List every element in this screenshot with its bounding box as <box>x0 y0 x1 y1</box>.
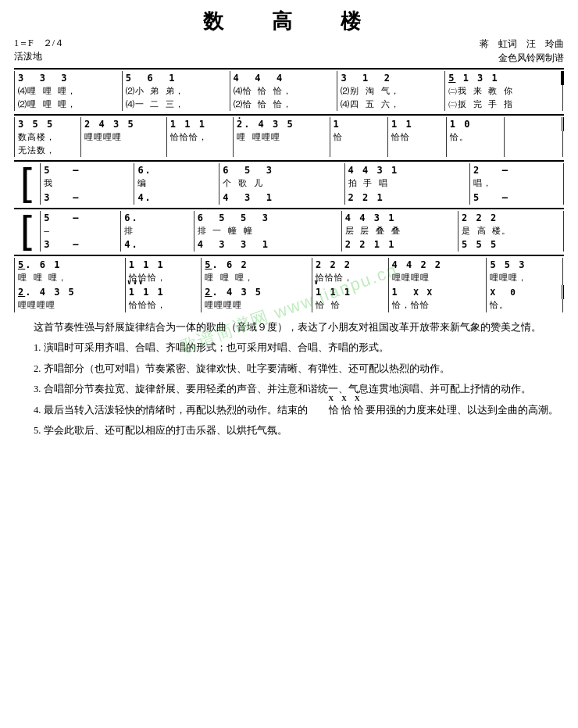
lyrics-row-2b: 无法数， <box>15 145 563 158</box>
score-bracket-1: 5 — 6. 6 5 3 4 4 3 1 2 — 我 编 个 歌 儿 拍 手 唱… <box>40 163 564 205</box>
bracket-left-2: [ <box>14 211 38 252</box>
commentary-p2: 2. 齐唱部分（也可对唱）节奏紧密、旋律欢快、吐字要清晰、有弹性、还可配以热烈的… <box>14 360 564 378</box>
bracket-content-1: 5 — 6. 6 5 3 4 4 3 1 2 — 我 编 个 歌 儿 拍 手 唱… <box>40 163 564 205</box>
subtitle-row: 1＝F ２/４ 活泼地 蒋 虹词 汪 玲曲 金色风铃网制谱 <box>14 37 564 65</box>
arranger: 金色风铃网制谱 <box>480 51 564 65</box>
lyrics-row-3a: 哩 哩 哩， 恰恰恰， 哩 哩 哩， 恰恰恰， 哩哩哩哩 哩哩哩， <box>15 272 563 285</box>
main-title: 数 高 楼 <box>203 8 375 35</box>
commentary-p0: 这首节奏性强与舒展旋律结合为一体的歌曲（音域９度），表达了小朋友对祖国改革开放带… <box>14 319 564 337</box>
commentary-p3: 3. 合唱部分节奏拉宽、旋律舒展、要用轻柔的声音、并注意和谐统一、气息连贯地演唱… <box>14 380 564 398</box>
title-area: 数 高 楼 <box>14 8 564 35</box>
score-row-1: 3 3 3 5 6 1 4 4 4 3 1 2 5 1 3 1 ⑷哩 哩 哩， … <box>14 71 564 111</box>
bracket-section-2: [ 5 — 6. 6 5 5 3 4 4 3 1 2 2 2 — 排 排 一 幢… <box>14 211 564 252</box>
score-row-2: 3 5 5 2 4 3 5 1 1 1 2. 4 3 5 1 1 1 1 0 数… <box>14 117 564 157</box>
lyrics-bracket-1a: 我 编 个 歌 儿 拍 手 唱 唱， <box>41 177 564 191</box>
lyrics-bracket-2a: — 排 排 一 幢 幢 层 层 叠 叠 是 高 楼。 <box>41 225 564 238</box>
lyrics-row-1b: ⑵哩 哩 哩， ⑷一 二 三， ⑵恰 恰 恰， ⑷四 五 六， ㈡扳 完 手 指 <box>15 98 563 112</box>
score-bracket-2: 5 — 6. 6 5 5 3 4 4 3 1 2 2 2 — 排 排 一 幢 幢… <box>40 211 564 252</box>
bracket-section-1: [ 5 — 6. 6 5 3 4 4 3 1 2 — 我 编 个 歌 儿 <box>14 163 564 205</box>
notes-row-3a: 5. 6 1 1 1 1 5. 6 2 2 2 2 4 4 2 2 5 5 3 <box>15 258 563 272</box>
notes-bracket-2a: 5 — 6. 6 5 5 3 4 4 3 1 2 2 2 <box>41 211 564 225</box>
bracket-left-1: [ <box>14 163 38 205</box>
notes-bracket-1b: 3 — 4. 4 3 1 2 2 1 5 — <box>41 191 564 205</box>
commentary-area: 这首节奏性强与舒展旋律结合为一体的歌曲（音域９度），表达了小朋友对祖国改革开放带… <box>14 319 564 440</box>
commentary-p5: 5. 学会此歌后、还可配以相应的打击乐器、以烘托气氛。 <box>14 422 564 440</box>
notes-row-2: 3 5 5 2 4 3 5 1 1 1 2. 4 3 5 1 1 1 1 0 <box>15 117 563 131</box>
key-info: 1＝F ２/４ 活泼地 <box>14 37 64 63</box>
score-area: 3 3 3 5 6 1 4 4 4 3 1 2 5 1 3 1 ⑷哩 哩 哩， … <box>14 68 564 312</box>
tempo-marking: 活泼地 <box>14 50 64 63</box>
key-signature: 1＝F ２/４ <box>14 37 64 50</box>
notes-row-1: 3 3 3 5 6 1 4 4 4 3 1 2 5 1 3 1 <box>15 71 563 85</box>
bracket-content-2: 5 — 6. 6 5 5 3 4 4 3 1 2 2 2 — 排 排 一 幢 幢… <box>40 211 564 252</box>
commentary-p4: 4. 最后当转入活泼轻快的情绪时，再配以热烈的动作。结束的X X X恰 恰 恰要… <box>14 401 564 419</box>
notes-row-3b: 2. 4 3 5 ∨∨∨ 1 1 1 2. 4 3 5 ∨ 1 1 1 1 X … <box>15 285 563 300</box>
lyrics-row-1a: ⑷哩 哩 哩， ⑵小 弟 弟， ⑷恰 恰 恰， ⑵别 淘 气， ㈡我 来 教 你 <box>15 85 563 98</box>
notes-bracket-2b: 3 — 4. 4 3 3 1 2 2 1 1 5 5 5 <box>41 237 564 252</box>
notes-bracket-1a: 5 — 6. 6 5 3 4 4 3 1 2 — <box>41 163 564 177</box>
lyrics-row-2: 数高楼， 哩哩哩哩 恰恰恰， 哩 哩哩哩 恰 恰恰 恰。 <box>15 131 563 145</box>
page-container: 数 高 楼 1＝F ２/４ 活泼地 蒋 虹词 汪 玲曲 金色风铃网制谱 歌谱简谱… <box>14 8 564 440</box>
score-row-3: 5. 6 1 1 1 1 5. 6 2 2 2 2 4 4 2 2 5 5 3 … <box>14 258 564 312</box>
composer: 蒋 虹词 汪 玲曲 <box>480 37 564 51</box>
composer-info: 蒋 虹词 汪 玲曲 金色风铃网制谱 <box>480 37 564 65</box>
commentary-p1: 1. 演唱时可采用齐唱、合唱、齐唱的形式；也可采用对唱、合唱、齐唱的形式。 <box>14 339 564 357</box>
lyrics-row-3b: 哩哩哩哩 恰恰恰， 哩哩哩哩 恰 恰 恰，恰恰 恰。 <box>15 299 563 312</box>
